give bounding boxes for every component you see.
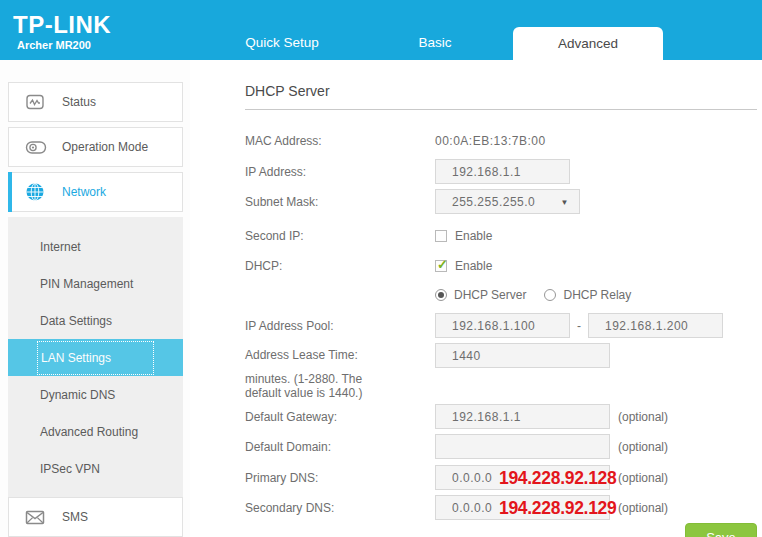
dhcp-relay-radio[interactable] [544,289,556,301]
pool-range-separator: - [577,319,581,333]
dhcp-server-panel: DHCP Server MAC Address: 00:0A:EB:13:7B:… [190,60,762,537]
second-ip-enable-label: Enable [455,229,492,243]
tplink-logo: TP-LINK [13,11,111,39]
submenu-item-label: Internet [40,240,81,254]
pool-start-input[interactable] [435,313,570,338]
lease-time-label: Address Lease Time: [245,343,435,368]
page-title: DHCP Server [245,83,757,99]
dhcp-enable-label: Enable [455,259,492,273]
mac-address-row: MAC Address: 00:0A:EB:13:7B:00 [245,134,757,148]
second-ip-label: Second IP: [245,229,435,243]
submenu-item-lan-settings[interactable]: LAN Settings [8,339,183,376]
default-domain-label: Default Domain: [245,440,435,454]
router-model: Archer MR200 [17,39,91,51]
default-gateway-input[interactable] [435,404,610,429]
subnet-mask-select[interactable]: 255.255.255.0 ▼ [435,189,580,214]
dhcp-server-radio[interactable] [435,289,447,301]
network-submenu: Internet PIN Management Data Settings LA… [8,217,183,497]
default-domain-row: Default Domain: (optional) [245,434,757,459]
router-admin-page: TP-LINK Archer MR200 Quick Setup Basic A… [0,0,762,537]
secondary-dns-field-wrap: (optional) 194.228.92.129 [435,495,668,520]
secondary-dns-row: Secondary DNS: (optional) 194.228.92.129 [245,495,757,520]
dhcp-label: DHCP: [245,259,435,273]
submenu-item-label: PIN Management [40,277,133,291]
ip-address-input[interactable] [435,159,570,184]
operation-mode-icon [25,137,47,157]
secondary-dns-optional-hint: (optional) [618,501,668,515]
ip-address-pool-row: IP Address Pool: - [245,313,757,338]
dhcp-server-radio-label: DHCP Server [454,288,526,302]
second-ip-row: Second IP: Enable [245,229,757,243]
submenu-item-internet[interactable]: Internet [8,228,183,265]
default-domain-input[interactable] [435,434,610,459]
top-tabs: Quick Setup Basic Advanced [207,27,666,60]
mac-address-value: 00:0A:EB:13:7B:00 [435,134,546,148]
default-gateway-label: Default Gateway: [245,410,435,424]
dhcp-mode-row: DHCP Server DHCP Relay [245,288,757,302]
dhcp-enable-checkbox[interactable] [435,260,447,272]
submenu-item-label: Dynamic DNS [40,388,115,402]
domain-optional-hint: (optional) [618,440,668,454]
primary-dns-field-wrap: (optional) 194.228.92.128 [435,465,668,490]
lease-time-row: Address Lease Time: minutes. (1-2880. Th… [245,343,757,400]
submenu-item-label: IPSec VPN [40,462,100,476]
submenu-item-ipsec-vpn[interactable]: IPSec VPN [8,450,183,487]
tab-advanced[interactable]: Advanced [513,27,663,60]
dhcp-relay-radio-label: DHCP Relay [563,288,631,302]
sidebar-item-operation-mode[interactable]: Operation Mode [8,127,183,167]
submenu-item-advanced-routing[interactable]: Advanced Routing [8,413,183,450]
submenu-item-label: LAN Settings [37,341,154,375]
submenu-item-dynamic-dns[interactable]: Dynamic DNS [8,376,183,413]
ip-address-row: IP Address: [245,159,757,184]
subnet-mask-label: Subnet Mask: [245,195,435,209]
tab-basic[interactable]: Basic [360,27,510,59]
ip-address-pool-label: IP Address Pool: [245,319,435,333]
lease-time-input[interactable] [435,343,610,368]
pool-end-input[interactable] [588,313,723,338]
lease-time-note: minutes. (1-2880. The default value is 1… [245,372,380,400]
status-icon [25,92,47,112]
primary-dns-input[interactable] [435,465,610,490]
sidebar: Status Operation Mode [0,60,190,537]
default-gateway-row: Default Gateway: (optional) [245,404,757,429]
gateway-optional-hint: (optional) [618,410,668,424]
dhcp-enable-row: DHCP: Enable [245,259,757,273]
sidebar-item-label: Status [62,95,96,109]
primary-dns-label: Primary DNS: [245,471,435,485]
sidebar-item-label: Network [62,185,106,199]
sidebar-item-sms[interactable]: SMS [8,497,183,537]
submenu-item-label: Data Settings [40,314,112,328]
secondary-dns-label: Secondary DNS: [245,501,435,515]
sidebar-item-label: Operation Mode [62,140,148,154]
tab-quick-setup[interactable]: Quick Setup [207,27,357,59]
mac-address-label: MAC Address: [245,134,435,148]
globe-icon [25,182,47,202]
submenu-item-label: Advanced Routing [40,425,138,439]
sidebar-item-status[interactable]: Status [8,82,183,122]
title-divider [245,109,757,110]
dropdown-arrow-icon: ▼ [561,198,569,207]
save-button[interactable]: Save [685,523,757,537]
primary-dns-optional-hint: (optional) [618,471,668,485]
primary-dns-row: Primary DNS: (optional) 194.228.92.128 [245,465,757,490]
header: TP-LINK Archer MR200 Quick Setup Basic A… [0,0,762,60]
sidebar-item-label: SMS [62,510,88,524]
save-row: Save [245,523,757,537]
second-ip-checkbox[interactable] [435,230,447,242]
subnet-mask-row: Subnet Mask: 255.255.255.0 ▼ [245,189,757,214]
subnet-mask-selected-value: 255.255.255.0 [452,195,535,209]
secondary-dns-input[interactable] [435,495,610,520]
ip-address-label: IP Address: [245,165,435,179]
envelope-icon [25,507,47,527]
submenu-item-data-settings[interactable]: Data Settings [8,302,183,339]
submenu-item-pin-management[interactable]: PIN Management [8,265,183,302]
lease-time-label-stack: Address Lease Time: minutes. (1-2880. Th… [245,343,435,400]
sidebar-item-network[interactable]: Network [8,172,183,212]
